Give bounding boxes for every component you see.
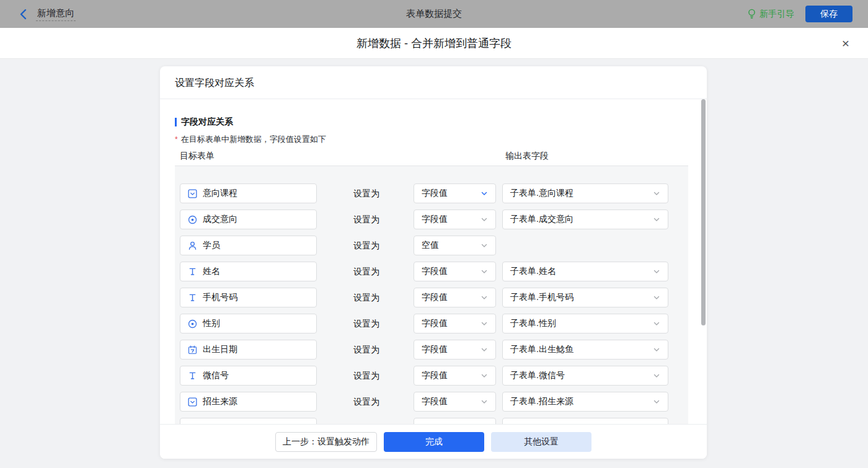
target-field-label: 成交意向 [203,214,237,225]
output-field-value: 子表单.招生来源 [510,396,574,407]
chevron-down-icon [653,346,660,353]
target-field-label: 出生日期 [203,344,237,355]
value-mode-value: 字段值 [422,318,448,329]
chevron-down-icon [653,268,660,275]
chevron-down-icon [653,294,660,301]
value-mode-select[interactable] [414,418,496,424]
section-title: 字段对应关系 [175,117,233,128]
chevron-down-icon [480,372,488,379]
output-field-select[interactable]: 子表单.姓名 [502,262,668,281]
scrollbar-thumb[interactable] [701,99,706,325]
radio-field-icon [187,319,197,329]
field-mapping-row: 微信号 设置为 字段值 子表单.微信号 [175,366,688,386]
beginner-guide-link[interactable]: 新手引导 [747,9,794,20]
text-field-icon [187,371,197,381]
value-mode-select[interactable]: 空值 [414,236,496,255]
output-field-value: 子表单.手机号码 [510,292,574,303]
value-mode-select[interactable]: 字段值 [414,314,496,333]
section-accent-bar [175,118,177,126]
target-field-box: 姓名 [180,262,317,281]
field-mapping-row: 出生日期 设置为 字段值 子表单.出生鲶鱼 [175,340,688,360]
person-field-icon [187,241,197,250]
column-headers: 目标表单 输出表字段 [175,151,688,166]
target-field-box: 成交意向 [180,210,317,229]
set-as-label: 设置为 [353,183,379,203]
calendar-field-icon [187,345,197,355]
modal-title: 新增数据 - 合并新增到普通字段 [0,28,868,59]
target-field-label: 手机号码 [203,292,237,303]
value-mode-select[interactable]: 字段值 [414,183,496,203]
value-mode-value: 字段值 [422,396,448,407]
target-field-box [180,418,317,424]
output-field-select[interactable]: 子表单.手机号码 [502,288,668,307]
value-mode-value: 字段值 [422,344,448,355]
set-as-label: 设置为 [353,366,379,386]
output-field-select[interactable]: 子表单.招生来源 [502,392,668,412]
target-field-box: 微信号 [180,366,317,386]
chevron-down-icon [653,320,660,327]
other-settings-button[interactable]: 其他设置 [491,432,591,452]
output-field-value: 子表单.成交意向 [510,214,574,225]
output-field-select[interactable]: 子表单.出生鲶鱼 [502,340,668,360]
required-asterisk: * [175,135,178,144]
value-mode-select[interactable]: 字段值 [414,392,496,412]
value-mode-select[interactable]: 字段值 [414,366,496,386]
value-mode-select[interactable]: 字段值 [414,262,496,281]
output-field-select[interactable] [502,418,668,424]
output-field-value: 子表单.出生鲶鱼 [510,344,574,355]
output-field-select[interactable]: 子表单.意向课程 [502,183,668,203]
column-header-target-form: 目标表单 [180,151,215,162]
target-field-label: 意向课程 [203,188,237,199]
value-mode-select[interactable]: 字段值 [414,288,496,307]
field-mapping-row: 手机号码 设置为 字段值 子表单.手机号码 [175,288,688,307]
close-icon[interactable]: × [838,36,853,51]
text-field-icon [187,293,197,302]
output-field-select[interactable]: 子表单.微信号 [502,366,668,386]
output-field-select[interactable]: 子表单.成交意向 [502,210,668,229]
target-field-box: 出生日期 [180,340,317,360]
section-description: *在目标表单中新增数据，字段值设置如下 [175,134,326,145]
chevron-down-icon [480,268,488,275]
value-mode-select[interactable]: 字段值 [414,210,496,229]
field-mapping-row: 姓名 设置为 字段值 子表单.姓名 [175,262,688,281]
output-field-value: 子表单.意向课程 [510,188,574,199]
output-field-select[interactable]: 子表单.性别 [502,314,668,333]
target-field-label: 姓名 [203,266,220,277]
target-field-box: 学员 [180,236,317,255]
save-button[interactable]: 保存 [805,6,852,22]
chevron-down-icon [480,346,488,353]
field-mapping-row: 成交意向 设置为 字段值 子表单.成交意向 [175,210,688,229]
value-mode-value: 字段值 [422,292,448,303]
target-field-label: 性别 [203,318,220,329]
chevron-down-icon [653,398,660,405]
set-as-label: 设置为 [353,392,379,412]
chevron-down-icon [653,190,660,197]
page-title: 表单数据提交 [0,8,868,20]
text-field-icon [187,267,197,276]
panel-footer: 上一步：设置触发动作 完成 其他设置 [160,424,707,459]
field-mapping-row: 学员 设置为 空值 [175,236,688,255]
target-field-box: 招生来源 [180,392,317,412]
set-as-label: 设置为 [353,262,379,281]
done-button[interactable]: 完成 [384,432,484,452]
field-mapping-row: 意向课程 设置为 字段值 子表单.意向课程 [175,183,688,203]
prev-step-button[interactable]: 上一步：设置触发动作 [275,432,377,452]
output-field-value: 子表单.姓名 [510,266,556,277]
field-mapping-panel: 设置字段对应关系 字段对应关系 *在目标表单中新增数据，字段值设置如下 目标表单… [160,66,707,459]
select-field-icon [187,397,197,407]
set-as-label: 设置为 [353,340,379,360]
value-mode-value: 字段值 [422,266,448,277]
chevron-down-icon [480,242,488,249]
modal-header: 新增数据 - 合并新增到普通字段 × [0,28,868,59]
select-field-icon [187,188,197,198]
value-mode-value: 字段值 [422,370,448,381]
value-mode-select[interactable]: 字段值 [414,340,496,360]
set-as-label: 设置为 [353,236,379,255]
rows-area: 意向课程 设置为 字段值 子表单.意向课程 成交意向 设置为 字段值 [175,166,688,424]
target-field-box: 手机号码 [180,288,317,307]
value-mode-value: 字段值 [422,214,448,225]
chevron-down-icon [480,294,488,301]
field-mapping-row: 招生来源 设置为 字段值 子表单.招生来源 [175,392,688,412]
chevron-down-icon [653,372,660,379]
value-mode-value: 字段值 [422,188,448,199]
